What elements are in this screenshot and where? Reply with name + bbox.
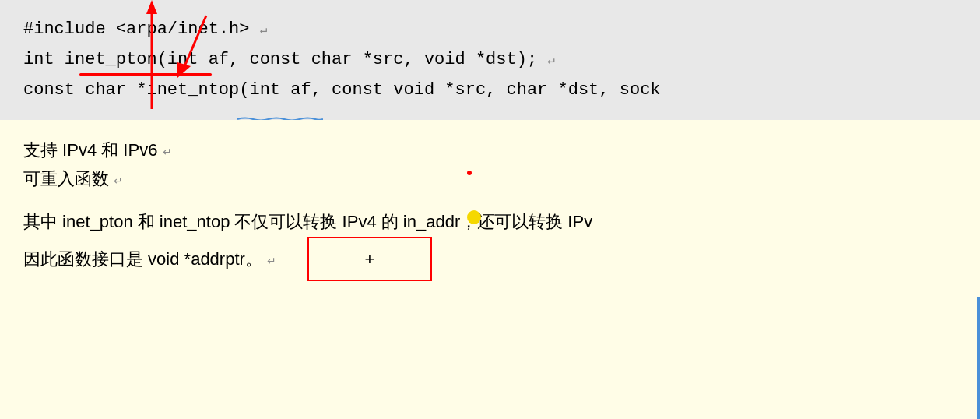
ntop-line: const char *inet_ntop(int af, const void… <box>23 76 957 104</box>
reentrant-line: 可重入函数 ↵ <box>23 164 957 193</box>
pton-underline <box>79 73 212 76</box>
line-end-mark2: ↵ <box>547 54 555 68</box>
description-line: 其中 inet_pton 和 inet_ntop 不仅可以转换 IPv4 的 i… <box>23 207 957 236</box>
plus-button[interactable]: + <box>307 237 432 281</box>
line-end-mark: ↵ <box>260 23 268 37</box>
pton-text: int inet_pton(int af, const char *src, v… <box>23 50 537 69</box>
reentrant-text: 可重入函数 <box>23 169 109 188</box>
ipv4-text: 支持 IPv4 和 IPv6 <box>23 140 157 160</box>
ipv4-ipv6-line: 支持 IPv4 和 IPv6 ↵ <box>23 136 957 164</box>
page-container: #include <arpa/inet.h> ↵ int inet_pton(i… <box>0 0 980 419</box>
plus-label: + <box>365 249 375 269</box>
small-red-dot <box>467 171 472 175</box>
include-text: #include <arpa/inet.h> <box>23 19 249 39</box>
svg-marker-1 <box>146 0 157 14</box>
void-addrptr-line: 因此函数接口是 void *addrptr。 ↵ + <box>23 237 957 281</box>
text-area: 支持 IPv4 和 IPv6 ↵ 可重入函数 ↵ 其中 inet_pton 和 … <box>0 120 980 298</box>
include-line: #include <arpa/inet.h> ↵ <box>23 16 957 43</box>
void-addrptr-text: 因此函数接口是 void *addrptr。 <box>23 249 262 269</box>
code-block: #include <arpa/inet.h> ↵ int inet_pton(i… <box>0 0 980 120</box>
line-mark3: ↵ <box>267 255 276 267</box>
description-text: 其中 inet_pton 和 inet_ntop 不仅可以转换 IPv4 的 i… <box>23 212 592 231</box>
line-mark2: ↵ <box>114 174 123 187</box>
line-mark: ↵ <box>163 146 172 158</box>
void-text: 因此函数接口是 void *addrptr。 ↵ <box>23 245 276 273</box>
ntop-underline <box>237 104 323 107</box>
pton-line: int inet_pton(int af, const char *src, v… <box>23 46 957 73</box>
ntop-text: const char *inet_ntop(int af, const void… <box>23 80 661 100</box>
